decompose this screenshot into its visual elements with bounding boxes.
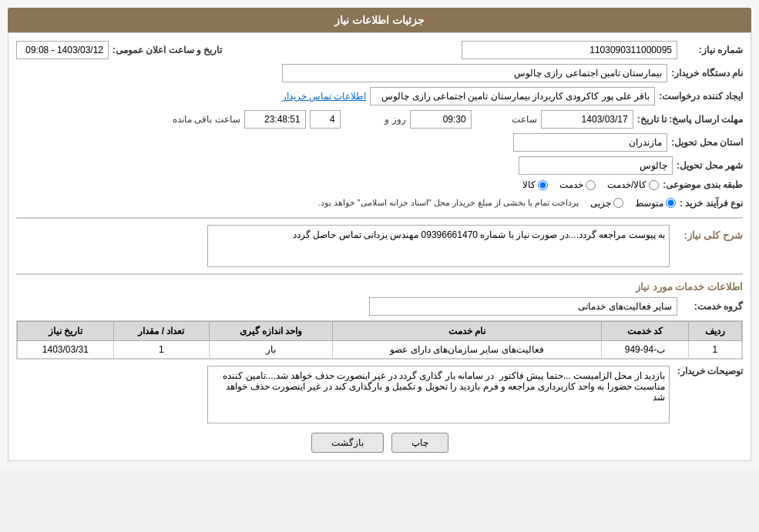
mohlat-row: مهلت ارسال پاسخ: تا تاریخ: ساعت روز و سا…: [16, 110, 743, 129]
input-saat[interactable]: [410, 110, 472, 129]
label-ostan: استان محل تحویل:: [671, 137, 743, 148]
gorohe-row: گروه خدمت:: [16, 297, 743, 316]
etelaat-khadamat-title: اطلاعات خدمات مورد نیاز: [636, 281, 743, 293]
radio-khadamat-item: خدمت: [559, 179, 596, 190]
input-tarikh[interactable]: [16, 41, 109, 59]
shahr-row: شهر محل تحویل:: [16, 156, 743, 175]
th-nam: نام خدمت: [332, 322, 602, 341]
label-roz: روز و: [344, 114, 406, 125]
page-title: جزئیات اطلاعات نیاز: [8, 8, 751, 32]
label-shahr: شهر محل تحویل:: [677, 160, 743, 171]
td-tedad: 1: [113, 341, 209, 359]
ostan-row: استان محل تحویل:: [16, 133, 743, 152]
label-namdastgah: نام دستگاه خریدار:: [671, 68, 743, 79]
label-tarikh: تاریخ و ساعت اعلان عمومی:: [113, 45, 222, 55]
label-ijad: ایجاد کننده درخواست:: [659, 91, 743, 102]
label-baghimande: ساعت باقی مانده: [173, 114, 240, 125]
input-ostan[interactable]: [513, 133, 667, 152]
bazgasht-button[interactable]: بازگشت: [311, 433, 384, 453]
th-tedad: تعداد / مقدار: [113, 322, 209, 341]
label-tabaqe: طبقه بندی موضوعی:: [663, 179, 743, 190]
divider-2: [16, 273, 743, 275]
namdastgah-row: نام دستگاه خریدار:: [16, 64, 743, 82]
radio-kalaKhadamat-item: کالا/خدمت: [607, 179, 659, 190]
sharh-label: شرح کلی نیاز:: [673, 229, 743, 241]
radio-khadamat[interactable]: [586, 180, 596, 190]
radio-kala[interactable]: [538, 180, 548, 190]
shomara-row: شماره نیاز: تاریخ و ساعت اعلان عمومی:: [16, 41, 743, 59]
divider-1: [16, 217, 743, 219]
farayand-radio-group: متوسط جزیی: [590, 198, 676, 209]
tosihaat-textarea[interactable]: [207, 366, 670, 423]
tabaqe-radio-group: کالا/خدمت خدمت کالا: [522, 179, 659, 190]
farayand-row: نوع فرآیند خرید : متوسط جزیی پرداخت تمام…: [16, 195, 743, 211]
radio-kala-label: کالا: [522, 179, 536, 190]
label-gorohe: گروه خدمت:: [681, 301, 743, 312]
td-nam: فعالیت‌های سایر سازمان‌های دارای عضو: [332, 341, 602, 359]
radio-motavasset-label: متوسط: [635, 198, 663, 209]
th-kod: کد خدمت: [602, 322, 688, 341]
sharh-row: شرح کلی نیاز:: [16, 225, 743, 267]
radio-khadamat-label: خدمت: [559, 179, 583, 190]
radio-motavasset-item: متوسط: [635, 198, 676, 209]
td-kod: ب-94-949: [602, 341, 688, 359]
label-saat: ساعت: [475, 114, 537, 125]
tosihaat-row: توصیحات خریدار:: [16, 366, 743, 423]
radio-jozi[interactable]: [613, 198, 623, 208]
page-wrapper: جزئیات اطلاعات نیاز شماره نیاز: تاریخ و …: [0, 0, 759, 469]
td-radif: 1: [688, 341, 742, 359]
th-tarikh: تاریخ نیاز: [18, 322, 114, 341]
radio-kalaKhadamat-label: کالا/خدمت: [607, 179, 646, 190]
services-table: ردیف کد خدمت نام خدمت واحد اندازه گیری ت…: [17, 321, 742, 359]
input-clock[interactable]: [244, 110, 306, 129]
input-roz[interactable]: [310, 110, 341, 129]
td-tarikh: 1403/03/31: [18, 341, 114, 359]
label-noeFarayand: نوع فرآیند خرید :: [680, 198, 743, 209]
input-namdastgah[interactable]: [282, 64, 667, 82]
radio-jozi-item: جزیی: [590, 198, 623, 209]
input-shahr[interactable]: [519, 156, 673, 175]
radio-kalaKhadamat[interactable]: [649, 180, 659, 190]
radio-kala-item: کالا: [522, 179, 548, 190]
label-shomara: شماره نیاز:: [681, 45, 743, 55]
table-row: 1 ب-94-949 فعالیت‌های سایر سازمان‌های دا…: [18, 341, 742, 359]
services-table-container: ردیف کد خدمت نام خدمت واحد اندازه گیری ت…: [16, 320, 743, 360]
button-row: چاپ بازگشت: [16, 433, 743, 453]
ijad-row: ایجاد کننده درخواست: اطلاعات تماس خریدار: [16, 87, 743, 105]
link-etelaat[interactable]: اطلاعات تماس خریدار: [282, 91, 367, 102]
content-area: شماره نیاز: تاریخ و ساعت اعلان عمومی: نا…: [8, 32, 751, 461]
th-radif: ردیف: [688, 322, 742, 341]
input-shomara[interactable]: [462, 41, 677, 59]
radio-motavasset[interactable]: [666, 198, 676, 208]
td-vahed: بار: [210, 341, 333, 359]
note-farayand: پرداخت تمام یا بخشی از مبلغ خریدار محل "…: [317, 195, 579, 211]
input-ijad[interactable]: [370, 87, 655, 105]
tabaqe-row: طبقه بندی موضوعی: کالا/خدمت خدمت کالا: [16, 179, 743, 190]
table-header-row: ردیف کد خدمت نام خدمت واحد اندازه گیری ت…: [18, 322, 742, 341]
input-gorohe[interactable]: [369, 297, 677, 316]
sharh-textarea[interactable]: [207, 225, 670, 267]
label-mohlat: مهلت ارسال پاسخ: تا تاریخ:: [637, 114, 743, 125]
th-vahed: واحد اندازه گیری: [210, 322, 333, 341]
radio-jozi-label: جزیی: [590, 198, 611, 209]
label-tosihaat: توصیحات خریدار:: [673, 366, 743, 376]
chap-button[interactable]: چاپ: [391, 433, 448, 453]
input-date[interactable]: [541, 110, 633, 129]
